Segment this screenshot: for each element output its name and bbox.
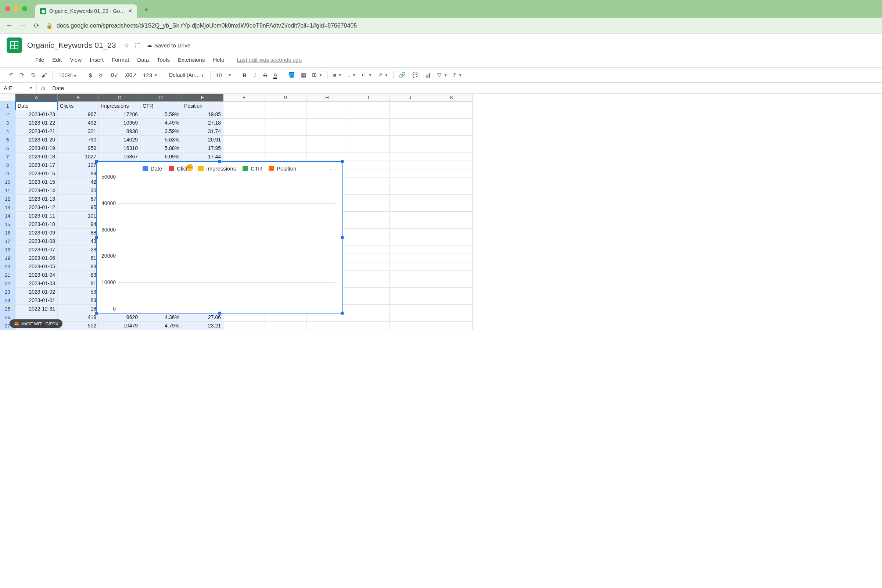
cell-13-I[interactable] (348, 203, 390, 212)
cell-5-E[interactable]: 20.91 (182, 136, 224, 144)
cell-6-I[interactable] (348, 144, 390, 153)
cell-2-J[interactable] (390, 110, 431, 119)
menu-data[interactable]: Data (134, 55, 153, 64)
cell-10-K[interactable] (431, 178, 472, 186)
cell-24-B[interactable]: 83 (58, 296, 99, 304)
cell-4-H[interactable] (306, 127, 348, 136)
cell-26-K[interactable] (431, 313, 472, 322)
cell-27-F[interactable] (224, 322, 265, 330)
cell-13-J[interactable] (390, 203, 431, 212)
cell-1-I[interactable] (348, 102, 390, 110)
cell-25-I[interactable] (348, 304, 390, 313)
cell-23-A[interactable]: 2023-01-02 (15, 288, 58, 296)
legend-impressions[interactable]: Impressions (198, 165, 236, 172)
bold-button[interactable]: B (240, 70, 249, 80)
link-button[interactable]: 🔗 (396, 70, 408, 80)
italic-button[interactable]: I (250, 70, 259, 80)
cell-26-E[interactable]: 27.06 (182, 313, 224, 322)
name-box[interactable]: A:E▼ (0, 83, 37, 93)
more-formats-button[interactable]: 123▼ (141, 70, 160, 80)
cell-24-J[interactable] (390, 296, 431, 304)
cell-5-I[interactable] (348, 136, 390, 144)
url-input[interactable]: 🔒 docs.google.com/spreadsheets/d/1S2Q_yb… (46, 22, 876, 29)
menu-edit[interactable]: Edit (48, 55, 65, 64)
star-icon[interactable]: ☆ (123, 42, 129, 49)
cell-10-A[interactable]: 2023-01-15 (15, 178, 58, 186)
zoom-select[interactable]: 100%▼ (56, 70, 80, 80)
cell-22-B[interactable]: 81 (58, 279, 99, 288)
cell-1-C[interactable]: Impressions (99, 102, 140, 110)
cell-4-F[interactable] (224, 127, 265, 136)
reload-button[interactable]: ⟳ (34, 22, 39, 30)
cell-21-B[interactable]: 83 (58, 271, 99, 279)
cell-5-G[interactable] (265, 136, 306, 144)
cell-1-B[interactable]: Clicks (58, 102, 99, 110)
cell-7-C[interactable]: 16867 (99, 153, 140, 161)
row-header-12[interactable]: 12 (0, 195, 15, 203)
cell-3-D[interactable]: 4.49% (140, 119, 182, 127)
cell-27-I[interactable] (348, 322, 390, 330)
cell-7-K[interactable] (431, 153, 472, 161)
cell-7-H[interactable] (306, 153, 348, 161)
col-header-F[interactable]: F (224, 94, 265, 102)
cell-3-A[interactable]: 2023-01-22 (15, 119, 58, 127)
cell-6-G[interactable] (265, 144, 306, 153)
row-header-24[interactable]: 24 (0, 296, 15, 304)
menu-format[interactable]: Format (108, 55, 133, 64)
sheets-logo-icon[interactable] (7, 38, 22, 53)
cell-16-J[interactable] (390, 229, 431, 237)
cell-3-G[interactable] (265, 119, 306, 127)
cell-8-K[interactable] (431, 161, 472, 170)
cell-3-B[interactable]: 492 (58, 119, 99, 127)
cell-27-C[interactable]: 10479 (99, 322, 140, 330)
cell-6-F[interactable] (224, 144, 265, 153)
cell-20-B[interactable]: 83 (58, 262, 99, 271)
cell-20-A[interactable]: 2023-01-05 (15, 262, 58, 271)
forward-button[interactable]: → (20, 22, 27, 30)
legend-ctr[interactable]: CTR (243, 165, 262, 172)
cell-10-I[interactable] (348, 178, 390, 186)
col-header-C[interactable]: C (99, 94, 140, 102)
cell-20-J[interactable] (390, 262, 431, 271)
move-icon[interactable]: ⬚ (135, 42, 141, 49)
cell-1-K[interactable] (431, 102, 472, 110)
cell-6-A[interactable]: 2023-01-19 (15, 144, 58, 153)
cell-4-C[interactable]: 8938 (99, 127, 140, 136)
cell-16-I[interactable] (348, 229, 390, 237)
embedded-chart[interactable]: ⋮ DateClicksImpressionsCTRPosition 50000… (96, 161, 342, 314)
row-header-11[interactable]: 11 (0, 186, 15, 195)
cell-7-J[interactable] (390, 153, 431, 161)
cell-27-E[interactable]: 23.21 (182, 322, 224, 330)
cell-16-B[interactable]: 88 (58, 229, 99, 237)
cell-4-E[interactable]: 31.74 (182, 127, 224, 136)
row-header-4[interactable]: 4 (0, 127, 15, 136)
cell-3-J[interactable] (390, 119, 431, 127)
legend-date[interactable]: Date (142, 165, 162, 172)
cell-23-K[interactable] (431, 288, 472, 296)
cell-22-J[interactable] (390, 279, 431, 288)
document-title[interactable]: Organic_Keywords 01_23 (27, 41, 116, 50)
legend-position[interactable]: Position (268, 165, 296, 172)
cell-6-D[interactable]: 5.88% (140, 144, 182, 153)
last-edit-link[interactable]: Last edit was seconds ago (233, 55, 305, 64)
cell-4-D[interactable]: 3.59% (140, 127, 182, 136)
row-header-13[interactable]: 13 (0, 203, 15, 212)
cell-22-A[interactable]: 2023-01-03 (15, 279, 58, 288)
cell-16-A[interactable]: 2023-01-09 (15, 229, 58, 237)
col-header-E[interactable]: E (182, 94, 224, 102)
cell-3-H[interactable] (306, 119, 348, 127)
cell-10-J[interactable] (390, 178, 431, 186)
cell-7-A[interactable]: 2023-01-18 (15, 153, 58, 161)
cell-2-F[interactable] (224, 110, 265, 119)
cell-24-A[interactable]: 2023-01-01 (15, 296, 58, 304)
row-header-22[interactable]: 22 (0, 279, 15, 288)
cell-8-I[interactable] (348, 161, 390, 170)
col-header-A[interactable]: A (15, 94, 58, 102)
cell-25-K[interactable] (431, 304, 472, 313)
cell-1-H[interactable] (306, 102, 348, 110)
cell-27-B[interactable]: 502 (58, 322, 99, 330)
col-header-G[interactable]: G (265, 94, 306, 102)
cell-20-K[interactable] (431, 262, 472, 271)
cell-18-A[interactable]: 2023-01-07 (15, 246, 58, 254)
maximize-window-icon[interactable] (22, 6, 27, 11)
